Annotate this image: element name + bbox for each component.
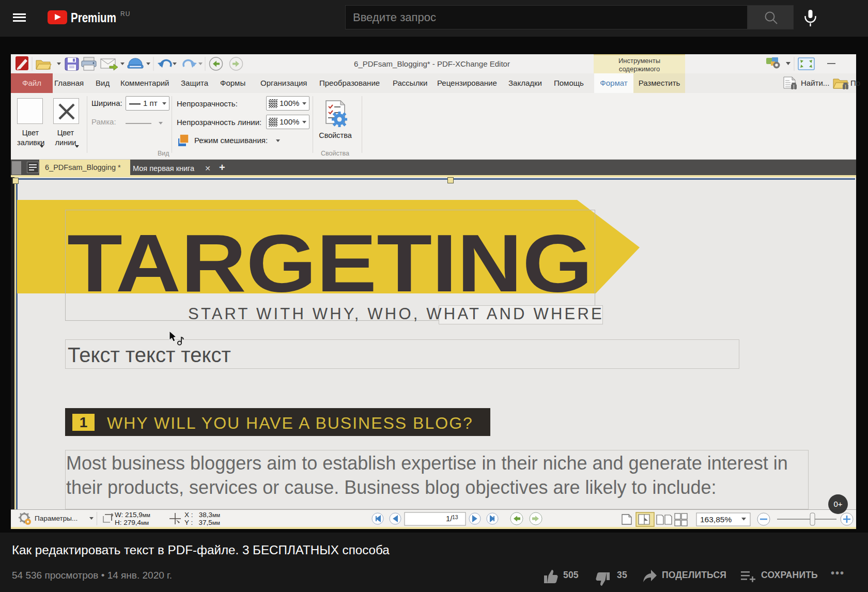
- svg-text:13: 13: [452, 514, 458, 520]
- svg-text:163,85%: 163,85%: [700, 515, 732, 524]
